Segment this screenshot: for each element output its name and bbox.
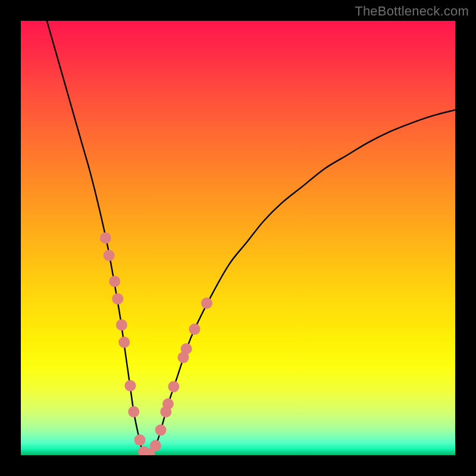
curve-marker [116, 320, 127, 331]
plot-area [21, 21, 455, 455]
curve-marker [155, 424, 167, 436]
curve-marker [128, 406, 139, 418]
curve-marker [162, 398, 174, 409]
curve-marker [201, 298, 212, 309]
watermark-text: TheBottleneck.com [355, 4, 469, 19]
curve-marker [100, 233, 111, 244]
curve-marker [168, 381, 179, 392]
curve-marker [118, 337, 130, 348]
curve-marker [104, 250, 115, 261]
curve-markers [100, 233, 212, 456]
curve-marker [150, 440, 161, 451]
curve-marker [181, 343, 192, 355]
curve-marker [134, 434, 146, 446]
curve-marker [109, 276, 120, 287]
curve-marker [124, 380, 136, 392]
curve-marker [112, 293, 123, 305]
curve-marker [189, 324, 201, 335]
chart-frame: TheBottleneck.com [0, 0, 476, 476]
curve-svg [21, 21, 455, 455]
